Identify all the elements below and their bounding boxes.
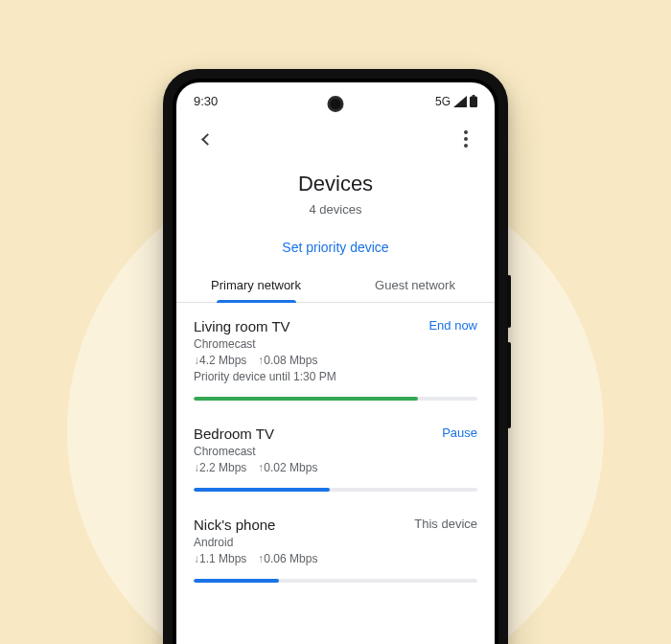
device-down: 1.1 Mbps <box>199 552 246 565</box>
status-network: 5G <box>435 95 451 108</box>
screen-frame: 9:30 5G Devices 4 devices Set priority d… <box>173 79 498 644</box>
page-header: Devices 4 devices <box>176 164 495 218</box>
download-icon: ↓ <box>195 552 199 565</box>
device-usage-bar <box>194 397 477 401</box>
device-priority-note: Priority device until 1:30 PM <box>194 370 477 383</box>
svg-rect-0 <box>470 97 477 108</box>
upload-icon: ↑ <box>259 552 264 565</box>
device-type: Chromecast <box>194 445 477 458</box>
tab-guest-network[interactable]: Guest network <box>336 268 495 302</box>
device-up: 0.06 Mbps <box>264 552 317 565</box>
device-usage-bar <box>194 579 477 583</box>
device-usage-fill <box>194 579 279 583</box>
device-type: Android <box>194 536 477 549</box>
status-right: 5G <box>435 95 477 108</box>
device-speeds: ↓4.2 Mbps ↑0.08 Mbps <box>194 354 477 367</box>
battery-icon <box>470 95 477 107</box>
screen: 9:30 5G Devices 4 devices Set priority d… <box>176 82 495 644</box>
device-name: Bedroom TV <box>194 426 274 442</box>
overflow-menu-button[interactable] <box>451 124 481 154</box>
page-title: Devices <box>176 172 495 196</box>
device-item[interactable]: Living room TV End now Chromecast ↓4.2 M… <box>176 303 495 410</box>
upload-icon: ↑ <box>259 354 264 367</box>
back-button[interactable] <box>190 124 220 154</box>
device-name: Living room TV <box>194 318 290 334</box>
tab-primary-network[interactable]: Primary network <box>176 268 336 302</box>
phone-frame: 9:30 5G Devices 4 devices Set priority d… <box>163 69 508 644</box>
device-speeds: ↓1.1 Mbps ↑0.06 Mbps <box>194 552 477 565</box>
device-usage-fill <box>194 397 418 401</box>
device-type: Chromecast <box>194 337 477 351</box>
device-item[interactable]: Bedroom TV Pause Chromecast ↓2.2 Mbps ↑0… <box>176 410 495 501</box>
device-usage-bar <box>194 488 477 492</box>
app-bar <box>176 114 495 164</box>
more-vert-icon <box>464 130 468 148</box>
set-priority-device-link[interactable]: Set priority device <box>176 218 495 268</box>
chevron-left-icon <box>201 133 214 146</box>
device-up: 0.08 Mbps <box>264 354 317 367</box>
download-icon: ↓ <box>195 461 199 474</box>
upload-icon: ↑ <box>259 461 264 474</box>
signal-icon <box>453 96 467 107</box>
device-down: 4.2 Mbps <box>199 354 246 367</box>
device-action-this-device: This device <box>414 517 477 531</box>
device-action-pause[interactable]: Pause <box>442 426 477 440</box>
device-action-end-now[interactable]: End now <box>428 318 477 333</box>
device-name: Nick's phone <box>194 517 275 533</box>
phone-side-button <box>507 342 511 428</box>
device-down: 2.2 Mbps <box>199 461 246 474</box>
svg-rect-1 <box>473 95 475 97</box>
network-tabs: Primary network Guest network <box>176 268 495 303</box>
camera-hole <box>328 96 344 112</box>
device-up: 0.02 Mbps <box>264 461 317 474</box>
download-icon: ↓ <box>195 354 199 367</box>
device-speeds: ↓2.2 Mbps ↑0.02 Mbps <box>194 461 477 474</box>
page-subtitle: 4 devices <box>176 202 495 217</box>
device-list[interactable]: Living room TV End now Chromecast ↓4.2 M… <box>176 303 495 644</box>
device-item[interactable]: Nick's phone This device Android ↓1.1 Mb… <box>176 501 495 592</box>
device-usage-fill <box>194 488 330 492</box>
status-time: 9:30 <box>194 94 218 108</box>
phone-side-button <box>507 275 511 328</box>
